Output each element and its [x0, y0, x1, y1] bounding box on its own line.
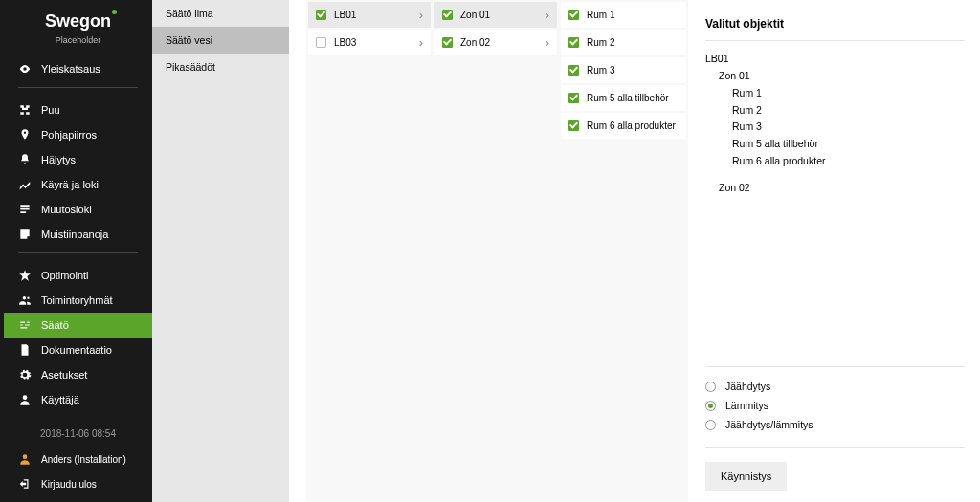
user-icon [18, 393, 32, 406]
selected-title: Valitut objektit [705, 17, 965, 41]
selected-tree: LB01 Zon 01 Rum 1 Rum 2 Rum 3 Rum 5 alla… [705, 51, 965, 366]
row-lb01[interactable]: LB01 › [308, 2, 431, 28]
label: Käyrä ja loki [41, 179, 99, 190]
chevron-right-icon: › [419, 35, 423, 50]
mode-options: Jäähdytys Lämmitys Jäähdytys/lämmitys [705, 366, 965, 434]
checkbox[interactable] [568, 93, 579, 103]
bell-icon [18, 153, 32, 166]
opt-both[interactable]: Jäähdytys/lämmitys [705, 415, 965, 434]
row-rum1[interactable]: Rum 1 [561, 2, 686, 28]
radio[interactable] [705, 420, 716, 430]
sub-pikasaadot[interactable]: Pikasäädöt [152, 54, 289, 80]
checkbox[interactable] [442, 37, 453, 48]
label: LB01 [334, 10, 419, 20]
label: Yleiskatsaus [41, 63, 100, 75]
brand-placeholder: Placeholder [18, 35, 138, 45]
eye-icon [18, 62, 32, 76]
columns: LB01 › LB03 › Zon 01 › Zon 02 › [306, 0, 980, 502]
column-2: Zon 01 › Zon 02 › [433, 0, 559, 502]
row-rum2[interactable]: Rum 2 [561, 30, 686, 55]
checkbox[interactable] [316, 37, 326, 48]
label: Asetukset [41, 369, 87, 381]
label: Rum 1 [587, 10, 679, 20]
sub-saato-vesi[interactable]: Säätö vesi [152, 27, 289, 54]
gear-icon [18, 368, 32, 382]
brand-dot-icon [112, 10, 117, 14]
tree-z02: Zon 02 [705, 180, 965, 197]
chevron-right-icon: › [419, 8, 423, 22]
row-rum3[interactable]: Rum 3 [561, 57, 686, 83]
doc-icon [18, 343, 32, 357]
start-button[interactable]: Käynnistys [705, 462, 787, 491]
label: LB03 [334, 37, 419, 48]
radio[interactable] [705, 382, 716, 392]
chevron-right-icon: › [546, 8, 549, 22]
label: Muutosloki [41, 204, 92, 215]
column-1: LB01 › LB03 › [306, 0, 433, 502]
row-rum5[interactable]: Rum 5 alla tillbehör [561, 85, 686, 111]
label: Säätö [41, 319, 69, 331]
group-icon [18, 294, 32, 307]
checkbox[interactable] [568, 120, 579, 131]
label: Rum 2 [587, 37, 679, 48]
logout-icon [18, 477, 32, 491]
label: Rum 5 alla tillbehör [587, 93, 679, 103]
row-zon02[interactable]: Zon 02 › [434, 30, 557, 55]
label: Lämmitys [725, 400, 768, 411]
label: Pohjapiirros [41, 129, 97, 141]
tree-r3: Rum 3 [705, 119, 965, 136]
brand-logo: Swegon [45, 11, 111, 32]
sub-saato-ilma[interactable]: Säätö ilma [152, 0, 289, 27]
menu-muistiinpanoja[interactable]: Muistiinpanoja [4, 222, 152, 247]
menu-optimointi[interactable]: Optimointi [4, 263, 152, 288]
menu-toimintoryhmat[interactable]: Toimintoryhmät [4, 288, 152, 313]
menu-kayra[interactable]: Käyrä ja loki [4, 172, 152, 197]
menu-kayttaja[interactable]: Käyttäjä [4, 387, 152, 412]
checkbox[interactable] [568, 65, 579, 76]
menu-pohjapiirros[interactable]: Pohjapiirros [4, 122, 152, 147]
pin-icon [18, 128, 32, 142]
tree-z01: Zon 01 [705, 68, 965, 85]
label: Rum 6 alla produkter [587, 120, 679, 131]
checkbox[interactable] [568, 10, 579, 20]
gap [289, 0, 306, 502]
timestamp: 2018-11-06 08:54 [4, 421, 152, 447]
checkbox[interactable] [442, 10, 453, 20]
tree-r6: Rum 6 alla produkter [705, 153, 965, 170]
label: Hälytys [41, 154, 76, 165]
opt-cooling[interactable]: Jäähdytys [705, 377, 965, 396]
opt-heating[interactable]: Lämmitys [705, 396, 965, 415]
menu-puu[interactable]: Puu [4, 98, 152, 122]
log-icon [18, 203, 32, 216]
logout[interactable]: Kirjaudu ulos [4, 471, 152, 496]
label: Dokumentaatio [41, 344, 112, 356]
tree-r1: Rum 1 [705, 85, 965, 102]
radio[interactable] [705, 401, 716, 411]
label: Käyttäjä [41, 394, 79, 405]
chevron-right-icon: › [546, 35, 549, 50]
menu-saato[interactable]: Säätö [4, 313, 152, 338]
logo-area: Swegon Placeholder [4, 0, 152, 53]
row-lb03[interactable]: LB03 › [308, 30, 431, 55]
sliders-icon [18, 318, 32, 332]
menu-halytys[interactable]: Hälytys [4, 147, 152, 172]
checkbox[interactable] [316, 10, 326, 20]
current-user[interactable]: Anders (Installation) [4, 447, 152, 471]
row-rum6[interactable]: Rum 6 alla produkter [561, 113, 686, 139]
column-3: Rum 1 Rum 2 Rum 3 Rum 5 alla tillbehör R… [559, 0, 688, 502]
label: Rum 3 [587, 65, 679, 76]
menu-muutosloki[interactable]: Muutosloki [4, 197, 152, 222]
star-icon [18, 269, 32, 282]
row-zon01[interactable]: Zon 01 › [434, 2, 557, 28]
user-label: Anders (Installation) [41, 454, 126, 465]
chart-icon [18, 178, 32, 191]
logout-label: Kirjaudu ulos [41, 479, 97, 490]
checkbox[interactable] [568, 37, 579, 48]
sub-menu: Säätö ilma Säätö vesi Pikasäädöt [152, 0, 289, 502]
tree-r5: Rum 5 alla tillbehör [705, 136, 965, 153]
tree-r2: Rum 2 [705, 102, 965, 120]
menu-dokumentaatio[interactable]: Dokumentaatio [4, 338, 152, 362]
menu-asetukset[interactable]: Asetukset [4, 362, 152, 387]
label: Muistiinpanoja [41, 229, 108, 240]
menu-yleiskatsaus[interactable]: Yleiskatsaus [4, 56, 152, 81]
